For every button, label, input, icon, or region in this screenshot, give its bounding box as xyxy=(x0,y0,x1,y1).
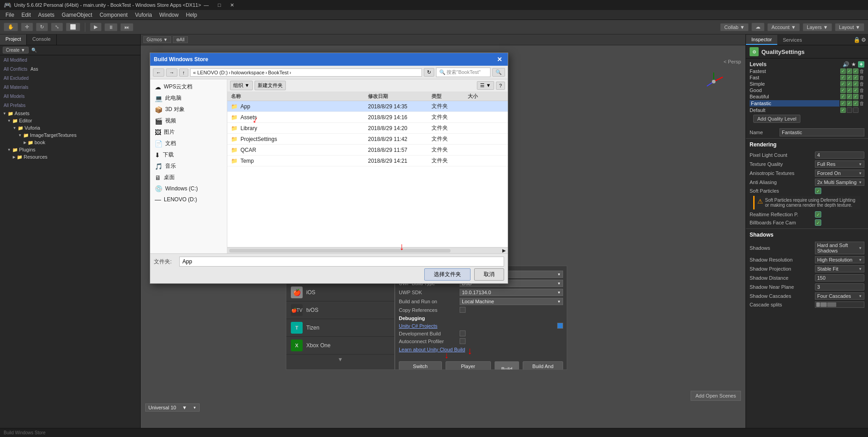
level-fast-check2[interactable] xyxy=(847,75,852,80)
autoconnect-checkbox[interactable] xyxy=(460,338,466,344)
level-fantastic-check3[interactable] xyxy=(853,101,858,106)
realtime-reflection-checkbox[interactable] xyxy=(815,211,821,218)
shadow-cascades-dropdown[interactable]: Four Cascades xyxy=(815,292,864,300)
shadow-distance-value[interactable]: 150 xyxy=(815,274,864,282)
build-btn[interactable]: Build xyxy=(495,361,519,370)
shadow-near-plane-value[interactable]: 3 xyxy=(815,283,864,291)
shadow-projection-dropdown[interactable]: Stable Fit xyxy=(815,265,864,272)
play-btn[interactable]: ▶ xyxy=(90,23,102,31)
level-fastest-check2[interactable] xyxy=(847,68,852,74)
rotate-tool[interactable]: ↻ xyxy=(36,23,48,31)
filter-all-conflicts[interactable]: All Conflicts xyxy=(2,66,29,72)
level-fantastic-trash[interactable]: 🗑 xyxy=(859,101,864,106)
unity-csharp-checkbox[interactable] xyxy=(557,323,563,329)
sidebar-lenovo-d[interactable]: — LENOVO (D:) xyxy=(150,194,227,205)
build-and-run-btn[interactable]: Build And Run xyxy=(523,361,563,370)
nav-refresh-btn[interactable]: ↻ xyxy=(424,68,434,77)
sidebar-music[interactable]: 🎵 音乐 xyxy=(150,160,227,172)
close-btn[interactable]: ✕ xyxy=(227,2,237,8)
collab-btn[interactable]: Collab ▼ xyxy=(720,23,749,31)
filter-all-models[interactable]: All Models xyxy=(2,93,26,99)
level-good-check1[interactable] xyxy=(840,87,846,93)
level-simple-trash[interactable]: 🗑 xyxy=(859,81,864,87)
menu-gameobject[interactable]: GameObject xyxy=(58,11,96,19)
menu-component[interactable]: Component xyxy=(96,11,131,19)
billboards-checkbox[interactable] xyxy=(815,219,821,226)
file-item-temp[interactable]: 📁Temp 2018/8/29 14:21 文件夹 xyxy=(227,155,508,166)
tab-inspector[interactable]: Inspector xyxy=(746,35,777,45)
name-input[interactable] xyxy=(780,128,864,136)
development-build-checkbox[interactable] xyxy=(460,330,466,336)
menu-edit[interactable]: Edit xyxy=(18,11,34,19)
learn-cloud-build-link[interactable]: Learn about Unity Cloud Build xyxy=(399,347,465,352)
hand-tool[interactable]: ✋ xyxy=(4,23,18,31)
sidebar-computer[interactable]: 💻 此电脑 xyxy=(150,92,227,104)
soft-particles-checkbox[interactable] xyxy=(815,188,821,194)
dialog-close-btn[interactable]: ✕ xyxy=(495,56,504,63)
platform-ios[interactable]: 🍎 iOS xyxy=(286,284,394,301)
level-fastest-check1[interactable] xyxy=(840,68,846,74)
sidebar-docs[interactable]: 📄 文档 xyxy=(150,138,227,149)
level-good-check3[interactable] xyxy=(853,87,858,93)
file-item-qcar[interactable]: 📁QCAR 2018/8/29 11:57 文件夹 xyxy=(227,145,508,155)
level-fastest-check3[interactable] xyxy=(853,68,858,74)
tab-console[interactable]: Console xyxy=(27,34,56,45)
unity-csharp-link[interactable]: Unity C# Projects xyxy=(399,323,437,329)
pixel-light-count-value[interactable]: 4 xyxy=(815,151,864,159)
layout-btn[interactable]: Layout ▼ xyxy=(835,23,864,31)
platform-tizen[interactable]: T Tizen xyxy=(286,319,394,337)
level-simple-check3[interactable] xyxy=(853,81,858,87)
cascade-splits-bar[interactable] xyxy=(815,301,864,308)
tree-imagetarget[interactable]: ▼ 📁 ImageTargetTextures xyxy=(0,131,140,139)
nav-forward-btn[interactable]: → xyxy=(166,68,177,77)
level-default-check1[interactable] xyxy=(840,107,846,113)
tree-resources[interactable]: ▶ 📁 Resources xyxy=(0,153,140,160)
level-fantastic-check1[interactable] xyxy=(840,101,846,106)
file-item-assets[interactable]: 📁Assets 2018/8/29 14:16 文件夹 xyxy=(227,112,508,123)
horizontal-scrollbar[interactable]: ▶ xyxy=(227,247,508,253)
level-beautiful-trash[interactable]: 🗑 xyxy=(859,94,864,99)
rect-tool[interactable]: ⬜ xyxy=(66,23,80,31)
sidebar-wps[interactable]: ☁ WPS云文档 xyxy=(150,81,227,92)
menu-window[interactable]: Window xyxy=(156,11,182,19)
organize-btn[interactable]: 组织 ▼ xyxy=(230,81,253,90)
shadows-dropdown[interactable]: Hard and Soft Shadows xyxy=(815,242,864,254)
add-open-scenes-btn[interactable]: Add Open Scenes xyxy=(691,391,741,401)
tree-vuforia[interactable]: ▼ 📁 Vuforia xyxy=(0,124,140,131)
shadow-resolution-dropdown[interactable]: High Resolution xyxy=(815,256,864,263)
level-beautiful-check2[interactable] xyxy=(847,94,852,99)
sidebar-desktop[interactable]: 🖥 桌面 xyxy=(150,172,227,183)
copy-references-checkbox[interactable] xyxy=(460,307,466,313)
new-folder-btn[interactable]: 新建文件夹 xyxy=(255,81,286,90)
switch-platform-btn[interactable]: Switch Platform xyxy=(399,361,442,370)
level-fantastic-check2[interactable] xyxy=(847,101,852,106)
level-good-check2[interactable] xyxy=(847,87,852,93)
sidebar-video[interactable]: 🎬 视频 xyxy=(150,115,227,126)
view-icon-btn[interactable]: ☰ ▼ xyxy=(477,81,494,90)
scale-tool[interactable]: ⤡ xyxy=(51,23,63,31)
filter-all-excluded[interactable]: All Excluded xyxy=(2,75,30,81)
menu-vuforia[interactable]: Vuforia xyxy=(131,11,156,19)
tree-book[interactable]: ▶ 📁 book xyxy=(0,139,140,146)
layers-btn[interactable]: Layers ▼ xyxy=(803,23,832,31)
level-beautiful-check1[interactable] xyxy=(840,94,846,99)
level-fast-check3[interactable] xyxy=(853,75,858,80)
tab-services[interactable]: Services xyxy=(777,35,807,44)
menu-file[interactable]: File xyxy=(2,11,18,19)
account-btn[interactable]: Account ▼ xyxy=(767,23,800,31)
menu-help[interactable]: Help xyxy=(182,11,201,19)
help-btn[interactable]: ? xyxy=(496,82,505,90)
minimize-btn[interactable]: — xyxy=(201,2,211,8)
level-simple-check1[interactable] xyxy=(840,81,846,87)
level-fastest-trash[interactable]: 🗑 xyxy=(859,68,864,74)
platform-tvos[interactable]: 🍎TV tvOS xyxy=(286,301,394,319)
level-good-trash[interactable]: 🗑 xyxy=(859,87,864,93)
level-beautiful-check3[interactable] xyxy=(853,94,858,99)
filter-all-modified[interactable]: All Modified xyxy=(2,57,29,63)
texture-quality-dropdown[interactable]: Full Res xyxy=(815,160,864,168)
move-tool[interactable]: ✛ xyxy=(21,23,33,31)
level-simple-check2[interactable] xyxy=(847,81,852,87)
filter-all-prefabs[interactable]: All Prefabs xyxy=(2,102,27,108)
all-btn[interactable]: ⊕All xyxy=(173,36,188,43)
player-settings-btn[interactable]: Player Settings... xyxy=(446,361,491,370)
